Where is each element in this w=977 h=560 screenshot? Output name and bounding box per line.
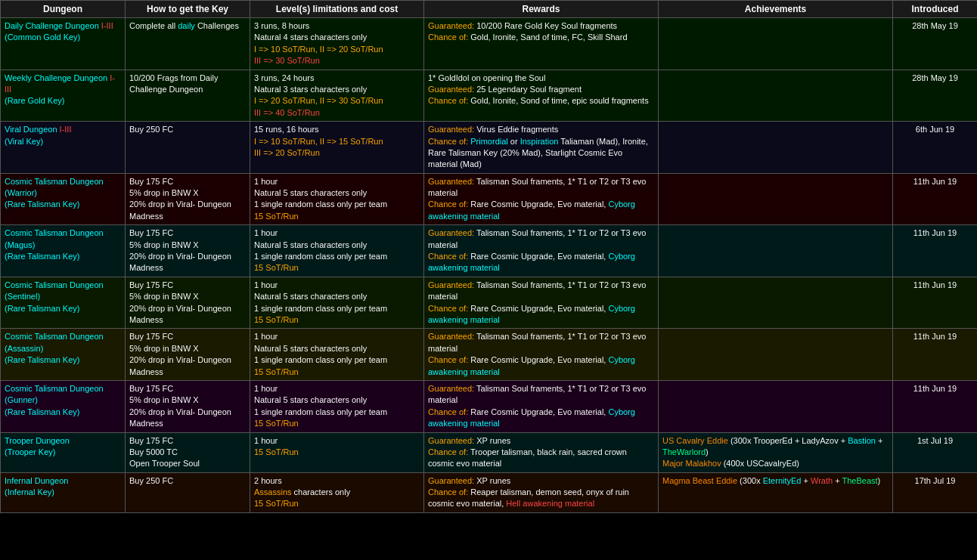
key-cell: Buy 175 FC 5% drop in BNW X 20% drop in … — [126, 225, 250, 277]
introduced-cell: 11th Jun 19 — [893, 173, 978, 225]
dungeon-cell: Trooper Dungeon (Trooper Key) — [1, 432, 126, 472]
rewards-cell: Guaranteed: Talisman Soul framents, 1* T… — [424, 225, 659, 277]
dungeon-cell: Infernal Dungeon (Infernal Key) — [1, 472, 126, 512]
dungeon-sub: (Trooper Key) — [5, 447, 55, 456]
achievements-cell — [659, 122, 893, 174]
key-cell: Buy 175 FC 5% drop in BNW X 20% drop in … — [126, 277, 250, 329]
dungeon-cell: Cosmic Talisman Dungeon (Assassin) (Rare… — [1, 329, 126, 381]
achievements-cell — [659, 18, 893, 70]
introduced-cell: 28th May 19 — [893, 70, 978, 122]
table-row: Cosmic Talisman Dungeon (Gunner) (Rare T… — [1, 380, 978, 432]
dungeon-sub: (Rare Gold Key) — [5, 96, 64, 105]
dungeon-name: Daily Challenge Dungeon I-III — [5, 21, 113, 30]
rewards-cell: Guaranteed: Talisman Soul framents, 1* T… — [424, 173, 659, 225]
dungeon-name: Infernal Dungeon — [5, 476, 68, 485]
rewards-cell: Guaranteed: Virus Eddie fragments Chance… — [424, 122, 659, 174]
level-cell: 2 hours Assassins characters only 15 SoT… — [250, 472, 424, 512]
level-cell: 1 hour 15 SoT/Run — [250, 432, 424, 472]
key-cell: Buy 250 FC — [126, 122, 250, 174]
achievements-cell: US Cavalry Eddie (300x TrooperEd + LadyA… — [659, 432, 893, 472]
key-cell: Buy 175 FC Buy 5000 TC Open Trooper Soul — [126, 432, 250, 472]
dungeon-sub: (Viral Key) — [5, 137, 43, 146]
dungeon-name: Viral Dungeon I-III — [5, 125, 71, 134]
table-row: Viral Dungeon I-III (Viral Key) Buy 250 … — [1, 122, 978, 174]
level-cell: 1 hour Natural 5 stars characters only 1… — [250, 173, 424, 225]
rewards-cell: Guaranteed: XP runes Chance of: Trooper … — [424, 432, 659, 472]
achievements-cell — [659, 225, 893, 277]
dungeon-cell: Weekly Challenge Dungeon I-III (Rare Gol… — [1, 70, 126, 122]
key-cell: Buy 250 FC — [126, 472, 250, 512]
introduced-cell: 11th Jun 19 — [893, 380, 978, 432]
key-cell: Buy 175 FC 5% drop in BNW X 20% drop in … — [126, 329, 250, 381]
table-row: Cosmic Talisman Dungeon (Sentinel) (Rare… — [1, 277, 978, 329]
key-cell: Complete all daily Challenges — [126, 18, 250, 70]
introduced-cell: 11th Jun 19 — [893, 329, 978, 381]
achievements-cell — [659, 380, 893, 432]
level-cell: 1 hour Natural 5 stars characters only 1… — [250, 277, 424, 329]
table-row: Trooper Dungeon (Trooper Key) Buy 175 FC… — [1, 432, 978, 472]
level-cell: 3 runs, 8 hours Natural 4 stars characte… — [250, 18, 424, 70]
achievements-cell — [659, 173, 893, 225]
header-key: How to get the Key — [126, 1, 250, 18]
dungeon-name: Cosmic Talisman Dungeon (Magus) — [5, 228, 104, 249]
dungeon-name: Cosmic Talisman Dungeon (Gunner) — [5, 384, 104, 404]
header-introduced: Introduced — [893, 1, 978, 18]
key-cell: 10/200 Frags from Daily Challenge Dungeo… — [126, 70, 250, 122]
dungeon-name: Trooper Dungeon — [5, 436, 70, 445]
header-rewards: Rewards — [424, 1, 659, 18]
level-cell: 15 runs, 16 hours I => 10 SoT/Run, II =>… — [250, 122, 424, 174]
achievements-cell — [659, 277, 893, 329]
dungeon-sub: (Rare Talisman Key) — [5, 200, 79, 209]
dungeon-sub: (Infernal Key) — [5, 487, 54, 497]
dungeon-cell: Cosmic Talisman Dungeon (Sentinel) (Rare… — [1, 277, 126, 329]
table-row: Infernal Dungeon (Infernal Key) Buy 250 … — [1, 472, 978, 512]
dungeon-name: Cosmic Talisman Dungeon (Assassin) — [5, 332, 104, 352]
table-row: Weekly Challenge Dungeon I-III (Rare Gol… — [1, 70, 978, 122]
dungeon-name: Cosmic Talisman Dungeon (Sentinel) — [5, 280, 104, 301]
achievements-cell — [659, 329, 893, 381]
rewards-cell: Guaranteed: Talisman Soul framents, 1* T… — [424, 380, 659, 432]
dungeon-name: Cosmic Talisman Dungeon (Warrior) — [5, 177, 104, 197]
dungeon-sub: (Rare Talisman Key) — [5, 355, 79, 364]
introduced-cell: 28th May 19 — [893, 18, 978, 70]
introduced-cell: 17th Jul 19 — [893, 472, 978, 512]
level-cell: 1 hour Natural 5 stars characters only 1… — [250, 329, 424, 381]
rewards-cell: Guaranteed: XP runes Chance of: Reaper t… — [424, 472, 659, 512]
dungeon-cell: Cosmic Talisman Dungeon (Magus) (Rare Ta… — [1, 225, 126, 277]
table-row: Cosmic Talisman Dungeon (Warrior) (Rare … — [1, 173, 978, 225]
rewards-cell: Guaranteed: 10/200 Rare Gold Key Soul fr… — [424, 18, 659, 70]
introduced-cell: 6th Jun 19 — [893, 122, 978, 174]
level-cell: 1 hour Natural 5 stars characters only 1… — [250, 380, 424, 432]
header-level: Level(s) limitations and cost — [250, 1, 424, 18]
rewards-cell: Guaranteed: Talisman Soul framents, 1* T… — [424, 277, 659, 329]
introduced-cell: 1st Jul 19 — [893, 432, 978, 472]
dungeon-cell: Viral Dungeon I-III (Viral Key) — [1, 122, 126, 174]
dungeon-sub: (Common Gold Key) — [5, 32, 80, 42]
key-cell: Buy 175 FC 5% drop in BNW X 20% drop in … — [126, 173, 250, 225]
level-cell: 1 hour Natural 5 stars characters only 1… — [250, 225, 424, 277]
key-cell: Buy 175 FC 5% drop in BNW X 20% drop in … — [126, 380, 250, 432]
introduced-cell: 11th Jun 19 — [893, 225, 978, 277]
dungeon-sub: (Rare Talisman Key) — [5, 252, 79, 261]
dungeon-cell: Cosmic Talisman Dungeon (Gunner) (Rare T… — [1, 380, 126, 432]
introduced-cell: 11th Jun 19 — [893, 277, 978, 329]
table-row: Cosmic Talisman Dungeon (Magus) (Rare Ta… — [1, 225, 978, 277]
dungeon-sub: (Rare Talisman Key) — [5, 407, 79, 416]
achievements-cell — [659, 70, 893, 122]
header-achievements: Achievements — [659, 1, 893, 18]
dungeon-sub: (Rare Talisman Key) — [5, 304, 79, 313]
level-cell: 3 runs, 24 hours Natural 3 stars charact… — [250, 70, 424, 122]
table-row: Cosmic Talisman Dungeon (Assassin) (Rare… — [1, 329, 978, 381]
table-row: Daily Challenge Dungeon I-III (Common Go… — [1, 18, 978, 70]
achievements-cell: Magma Beast Eddie (300x EternityEd + Wra… — [659, 472, 893, 512]
dungeon-cell: Daily Challenge Dungeon I-III (Common Go… — [1, 18, 126, 70]
rewards-cell: Guaranteed: Talisman Soul framents, 1* T… — [424, 329, 659, 381]
dungeon-name: Weekly Challenge Dungeon I-III — [5, 73, 115, 94]
dungeon-cell: Cosmic Talisman Dungeon (Warrior) (Rare … — [1, 173, 126, 225]
rewards-cell: 1* GoldIdol on opening the Soul Guarante… — [424, 70, 659, 122]
header-dungeon: Dungeon — [1, 1, 126, 18]
